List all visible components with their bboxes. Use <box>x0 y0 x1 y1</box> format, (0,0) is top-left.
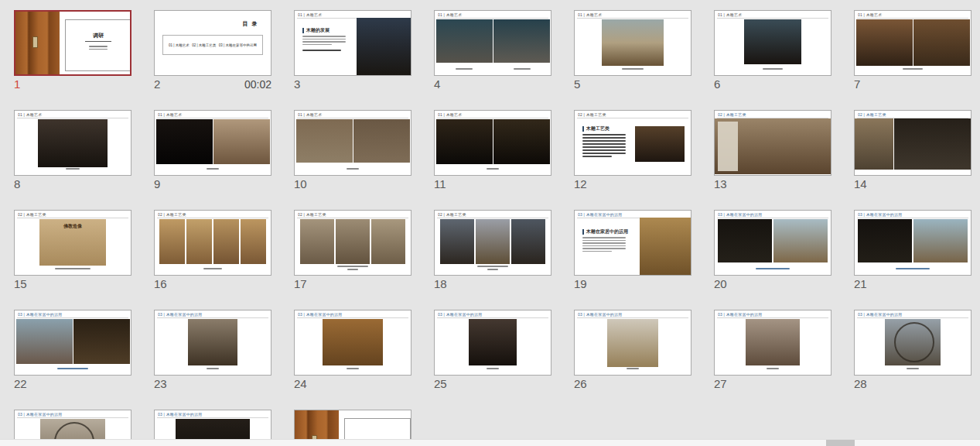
photo-thumbnail <box>213 219 239 264</box>
section-text: 木雕的发展 <box>302 28 352 51</box>
slide-number: 2 <box>154 77 160 91</box>
section-text: 木雕在家居中的运用 <box>582 229 632 252</box>
slide-number: 20 <box>714 277 727 290</box>
text-line <box>627 368 639 369</box>
slide-label: 8 <box>14 177 131 190</box>
photo-thumbnail <box>188 319 237 365</box>
slide-section-header: 01 | 木雕艺术 <box>298 112 408 117</box>
slide-thumbnail[interactable]: 03 | 木雕在家居中的运用木雕在家居中的运用 <box>574 210 691 276</box>
photo-thumbnail <box>746 319 800 365</box>
slide-thumbnail[interactable]: 03 | 木雕在家居中的运用 <box>434 310 551 376</box>
slide-thumbnail[interactable]: 03 | 木雕在家居中的运用 <box>294 310 411 376</box>
slide-number: 7 <box>854 77 860 91</box>
photo-thumbnail <box>894 118 971 170</box>
slide-thumbnail[interactable]: 目 录01 | 木雕艺术02 | 木雕工艺类03 | 木雕在家居中的运用 <box>154 10 271 76</box>
slide-thumbnail[interactable]: 02 | 木雕工艺类 <box>154 210 271 276</box>
slide-thumbnail[interactable]: 03 | 木雕在家居中的运用 <box>154 310 271 376</box>
slide-thumbnail[interactable]: 01 | 木雕艺术 <box>14 110 131 176</box>
caption-row <box>15 168 131 170</box>
slide-thumbnail[interactable]: 03 | 木雕在家居中的运用 <box>854 310 971 376</box>
photo-row <box>856 219 969 262</box>
toc-item: 02 | 木雕工艺类 <box>192 43 216 47</box>
slide-header-rule <box>157 218 268 218</box>
slide-thumbnail[interactable]: 03 | 木雕在家居中的运用 <box>854 210 971 276</box>
slide-label: 3 <box>294 77 411 91</box>
photo-thumbnail <box>353 119 410 163</box>
slide-number: 14 <box>854 177 867 190</box>
slide-section-header: 03 | 木雕在家居中的运用 <box>718 212 828 217</box>
section-body <box>582 237 632 252</box>
slide-header-rule <box>857 18 968 19</box>
text-line <box>477 266 508 267</box>
slide-header-rule <box>157 118 268 118</box>
slide-cell: 03 | 木雕在家居中的运用20 <box>714 210 831 290</box>
caption-row <box>715 268 831 269</box>
caption-row <box>435 368 551 369</box>
text-line <box>767 368 779 369</box>
text-line <box>302 44 332 46</box>
text-line <box>57 368 88 369</box>
slide-thumbnail[interactable]: 02 | 木雕工艺类 <box>854 110 971 176</box>
horizontal-scrollbar[interactable] <box>0 439 980 446</box>
slide-thumbnail[interactable]: 调研 <box>14 10 131 76</box>
photo-row <box>576 319 689 367</box>
slide-header-rule <box>297 317 408 318</box>
photo-row <box>436 219 549 264</box>
slide-header-rule <box>577 18 688 19</box>
section-heading: 木雕在家居中的运用 <box>582 229 632 235</box>
slide-section-header: 02 | 木雕工艺类 <box>858 112 968 117</box>
photo-thumbnail <box>300 219 334 264</box>
photo-row <box>15 319 130 364</box>
photo-thumbnail <box>357 18 411 76</box>
slide-thumbnail[interactable]: 01 | 木雕艺术 <box>854 10 971 76</box>
slide-thumbnail[interactable]: 01 | 木雕艺术 <box>714 10 831 76</box>
slide-thumbnail[interactable]: 02 | 木雕工艺类佛教造像 <box>14 210 131 276</box>
slide-thumbnail[interactable]: 01 | 木雕艺术 <box>294 110 411 176</box>
photo-row: 佛教造像 <box>16 219 129 266</box>
slide-section-header: 03 | 木雕在家居中的运用 <box>298 312 408 317</box>
caption-row <box>855 268 971 269</box>
slide-label: 16 <box>154 277 271 290</box>
slide-thumbnail[interactable]: 02 | 木雕工艺类 <box>294 210 411 276</box>
caption-row <box>155 168 271 170</box>
photo-row <box>855 19 970 66</box>
slide-section-header: 03 | 木雕在家居中的运用 <box>438 312 548 317</box>
scrollbar-thumb[interactable] <box>826 440 855 446</box>
slide-number: 18 <box>434 277 447 290</box>
slide-thumbnail[interactable]: 02 | 木雕工艺类 <box>434 210 551 276</box>
slide-cell: 目 录01 | 木雕艺术02 | 木雕工艺类03 | 木雕在家居中的运用200:… <box>154 10 271 91</box>
slide-thumbnail[interactable]: 03 | 木雕在家居中的运用 <box>574 310 691 376</box>
text-line <box>302 41 346 43</box>
slide-number: 11 <box>434 177 446 190</box>
slide-section-header: 03 | 木雕在家居中的运用 <box>858 312 968 317</box>
text-line <box>622 68 644 70</box>
slide-header-rule <box>857 317 968 318</box>
slide-label: 19 <box>574 277 691 290</box>
text-line <box>347 168 359 170</box>
slide-label: 20 <box>714 277 831 290</box>
slide-thumbnail[interactable]: 01 | 木雕艺术 <box>434 10 551 76</box>
caption-row <box>435 168 551 170</box>
text-line <box>582 134 626 136</box>
text-line <box>582 251 612 252</box>
slide-thumbnail[interactable]: 01 | 木雕艺术 <box>434 110 551 176</box>
slide-thumbnail[interactable]: 03 | 木雕在家居中的运用 <box>14 310 131 376</box>
photo-thumbnail <box>16 319 73 364</box>
photo-thumbnail <box>38 119 108 167</box>
slide-thumbnail[interactable]: 01 | 木雕艺术 <box>154 110 271 176</box>
slide-thumbnail[interactable]: 02 | 木雕工艺类 <box>714 110 831 176</box>
photo-row <box>716 319 829 365</box>
photo-thumbnail <box>186 219 212 264</box>
slide-thumbnail[interactable]: 02 | 木雕工艺类木雕工艺类 <box>574 110 691 176</box>
photo-thumbnail <box>296 119 353 163</box>
slide-thumbnail[interactable]: 03 | 木雕在家居中的运用 <box>714 210 831 276</box>
slide-thumbnail[interactable]: 01 | 木雕艺术 <box>574 10 691 76</box>
photo-thumbnail <box>855 118 893 170</box>
photo-row <box>576 19 689 66</box>
slide-label: 6 <box>714 77 831 91</box>
text-line <box>514 68 531 70</box>
slide-number: 22 <box>14 377 27 390</box>
slide-section-header: 01 | 木雕艺术 <box>438 112 548 117</box>
slide-thumbnail[interactable]: 03 | 木雕在家居中的运用 <box>714 310 831 376</box>
slide-thumbnail[interactable]: 01 | 木雕艺术木雕的发展 <box>294 10 411 76</box>
